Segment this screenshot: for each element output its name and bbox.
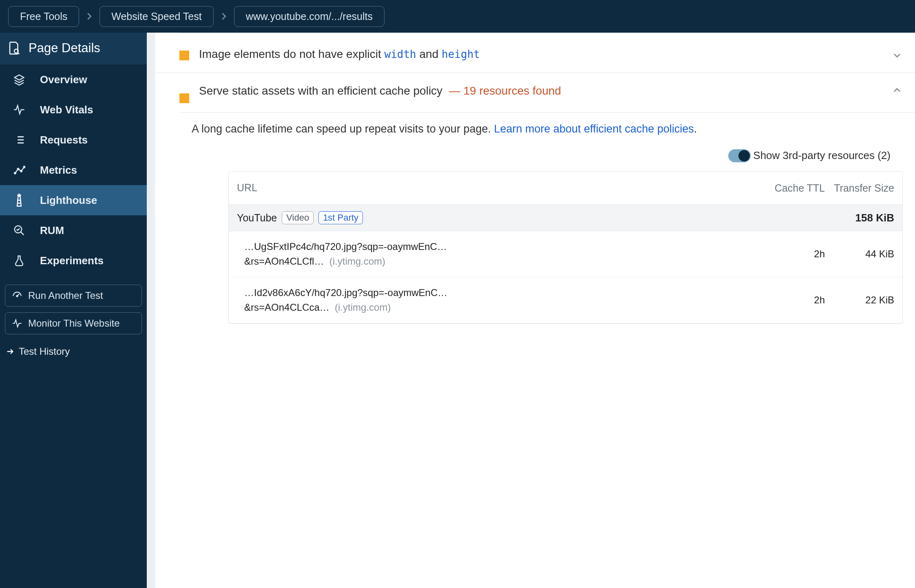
warning-square-icon	[179, 51, 189, 60]
activity-icon	[12, 318, 22, 329]
audit-title: Image elements do not have explicit widt…	[199, 45, 882, 64]
action-label: Run Another Test	[28, 290, 103, 301]
table-header: URL Cache TTL Transfer Size	[229, 172, 902, 205]
col-ttl: Cache TTL	[772, 181, 825, 195]
group-size: 158 KiB	[825, 212, 894, 224]
sidebar: Page Details Overview Web Vitals Request…	[0, 33, 147, 588]
sidebar-item-overview[interactable]: Overview	[0, 64, 147, 95]
sidebar-header: Page Details	[0, 33, 147, 64]
zoom-icon	[12, 223, 26, 237]
sidebar-item-rum[interactable]: RUM	[0, 215, 147, 245]
breadcrumb-item-results[interactable]: www.youtube.com/.../results	[234, 6, 385, 27]
list-icon	[12, 133, 26, 147]
resource-url-line1: …UgSFxtIPc4c/hq720.jpg?sqp=-oaymwEnC…	[244, 239, 772, 254]
warning-square-icon	[179, 93, 189, 103]
svg-point-6	[16, 295, 18, 296]
activity-icon	[12, 103, 26, 117]
col-size: Transfer Size	[825, 181, 894, 195]
layers-icon	[12, 73, 26, 86]
audit-title: Serve static assets with an efficient ca…	[199, 82, 882, 100]
chip-video: Video	[282, 211, 314, 224]
action-label: Monitor This Website	[28, 318, 120, 329]
flask-icon	[12, 254, 26, 267]
arrow-right-icon	[6, 347, 15, 356]
audit-description: A long cache lifetime can speed up repea…	[192, 121, 903, 138]
resource-url-line2: &rs=AOn4CLCca…	[244, 302, 329, 313]
chart-icon	[12, 163, 26, 177]
breadcrumb-item-free-tools[interactable]: Free Tools	[8, 6, 79, 27]
chip-first-party: 1st Party	[318, 211, 363, 224]
test-history-label: Test History	[19, 346, 70, 357]
table-row[interactable]: …Id2v86xA6cY/hq720.jpg?sqp=-oaymwEnC… &r…	[229, 277, 902, 323]
chevron-down-icon[interactable]	[891, 50, 903, 61]
audit-panel: Image elements do not have explicit widt…	[155, 33, 915, 588]
monitor-website-button[interactable]: Monitor This Website	[5, 312, 142, 334]
breadcrumb: Free Tools Website Speed Test www.youtub…	[0, 0, 915, 33]
sidebar-item-label: Web Vitals	[40, 104, 93, 116]
audit-meta: — 19 resources found	[449, 84, 561, 97]
resource-ttl: 2h	[772, 248, 825, 260]
resources-table: URL Cache TTL Transfer Size YouTube Vide…	[228, 171, 903, 324]
sidebar-item-label: RUM	[40, 224, 64, 237]
gauge-icon	[12, 290, 22, 301]
sidebar-item-label: Lighthouse	[40, 194, 97, 207]
sidebar-item-label: Requests	[40, 134, 88, 146]
table-row[interactable]: …UgSFxtIPc4c/hq720.jpg?sqp=-oaymwEnC… &r…	[229, 231, 902, 277]
breadcrumb-item-speed-test[interactable]: Website Speed Test	[99, 6, 213, 27]
sidebar-item-lighthouse[interactable]: Lighthouse	[0, 185, 147, 215]
resource-url-line1: …Id2v86xA6cY/hq720.jpg?sqp=-oaymwEnC…	[244, 285, 772, 300]
third-party-toggle[interactable]	[728, 149, 751, 162]
sidebar-item-metrics[interactable]: Metrics	[0, 155, 147, 185]
col-url: URL	[237, 182, 772, 194]
table-group-row[interactable]: YouTube Video 1st Party 158 KiB	[229, 205, 902, 231]
group-name: YouTube	[237, 212, 277, 224]
audit-cache-policy[interactable]: Serve static assets with an efficient ca…	[155, 73, 915, 112]
sidebar-item-label: Experiments	[40, 254, 104, 267]
page-title: Page Details	[29, 41, 100, 55]
sidebar-item-label: Metrics	[40, 164, 77, 177]
resource-size: 44 KiB	[825, 248, 894, 260]
chevron-right-icon	[221, 12, 227, 20]
chevron-up-icon[interactable]	[891, 84, 903, 96]
resource-size: 22 KiB	[825, 294, 894, 306]
audit-image-dimensions[interactable]: Image elements do not have explicit widt…	[155, 33, 915, 73]
resource-url-line2: &rs=AOn4CLCfl…	[244, 256, 324, 267]
sidebar-item-experiments[interactable]: Experiments	[0, 245, 147, 276]
toggle-label: Show 3rd-party resources (2)	[753, 149, 891, 162]
sidebar-item-requests[interactable]: Requests	[0, 125, 147, 155]
test-history-link[interactable]: Test History	[0, 337, 147, 362]
resource-ttl: 2h	[772, 294, 825, 306]
learn-more-link[interactable]: Learn more about efficient cache policie…	[494, 123, 694, 135]
sidebar-item-label: Overview	[40, 73, 87, 86]
run-another-test-button[interactable]: Run Another Test	[5, 285, 142, 307]
chevron-right-icon	[86, 12, 92, 20]
resource-host: (i.ytimg.com)	[335, 302, 391, 313]
lighthouse-icon	[12, 193, 26, 207]
sidebar-item-web-vitals[interactable]: Web Vitals	[0, 95, 147, 125]
page-details-icon	[8, 41, 20, 55]
resource-host: (i.ytimg.com)	[329, 256, 385, 267]
